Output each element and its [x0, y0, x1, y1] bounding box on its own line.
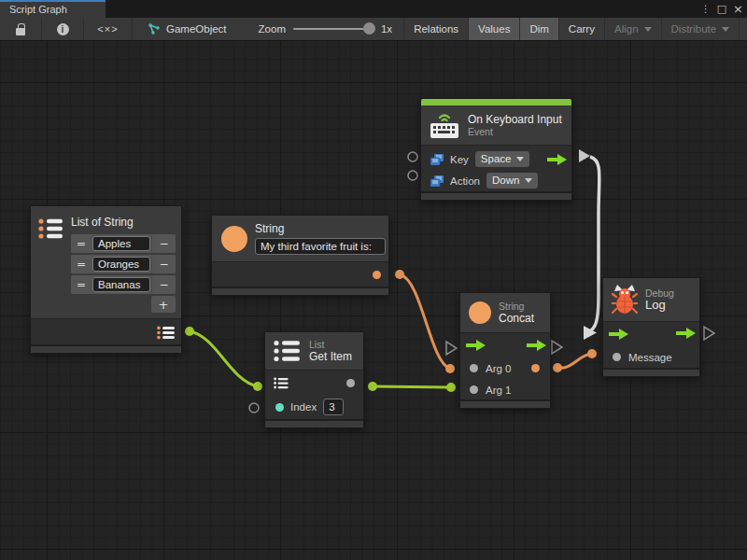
lock-button[interactable] — [0, 18, 42, 40]
zoom-value: 1x — [381, 23, 392, 35]
node-body — [212, 261, 388, 287]
node-get-item[interactable]: List Get Item Index 3 — [264, 331, 364, 428]
list-item-row: = Oranges − — [71, 255, 176, 273]
node-body — [31, 318, 181, 344]
list-icon — [38, 217, 63, 240]
action-port-icon — [430, 175, 444, 187]
message-input-port[interactable] — [613, 353, 621, 361]
toolbar-context-group: GameObject Zoom 1x — [133, 18, 404, 40]
info-button[interactable]: i — [42, 18, 84, 40]
values-button[interactable]: Values — [469, 18, 520, 40]
flow-out-port[interactable] — [527, 340, 546, 351]
list-item-field[interactable]: Bananas — [92, 277, 150, 292]
relations-button[interactable]: Relations — [404, 18, 469, 40]
maximize-icon[interactable]: □ — [717, 0, 726, 18]
add-item-button[interactable]: + — [151, 296, 176, 313]
tab-script-graph[interactable]: Script Graph — [0, 0, 106, 18]
dim-label: Dim — [529, 23, 548, 35]
result-output-port[interactable] — [531, 364, 540, 372]
node-header: List Get Item — [265, 332, 363, 370]
node-concat[interactable]: String Concat Arg 0 Arg 1 — [459, 292, 551, 409]
chevron-down-icon — [722, 27, 729, 32]
tab-title: Script Graph — [9, 4, 67, 15]
index-input-port[interactable] — [275, 403, 284, 412]
close-icon[interactable]: × — [733, 0, 743, 18]
align-label: Align — [614, 23, 639, 35]
list-output-icon[interactable] — [157, 326, 176, 340]
node-body: Key Space Action Down — [421, 145, 571, 191]
list-footer: + — [71, 296, 176, 313]
chevron-down-icon — [644, 27, 652, 32]
node-title: Log — [645, 299, 674, 312]
carry-label: Carry — [569, 23, 595, 35]
node-category: List — [309, 339, 352, 350]
node-title: Get Item — [309, 350, 352, 363]
action-label: Action — [450, 175, 480, 187]
arg0-input-port[interactable] — [470, 364, 478, 372]
flow-in-port[interactable] — [466, 340, 486, 351]
node-footer — [421, 191, 571, 200]
node-body: Message — [603, 321, 699, 368]
node-category: String — [499, 301, 534, 312]
drag-handle[interactable]: = — [71, 234, 92, 253]
item-output-port[interactable] — [346, 379, 355, 387]
key-dropdown[interactable]: Space — [475, 151, 530, 167]
key-port-icon — [430, 154, 444, 165]
string-output-port[interactable] — [373, 271, 381, 279]
event-accent-bar — [421, 99, 571, 105]
node-log[interactable]: Debug Log Message — [602, 277, 700, 377]
remove-item-button[interactable]: − — [151, 275, 176, 294]
remove-item-button[interactable]: − — [151, 234, 176, 253]
list-icon — [274, 339, 302, 363]
carry-button[interactable]: Carry — [559, 18, 605, 40]
distribute-dropdown[interactable]: Distribute — [662, 18, 740, 40]
node-title: List of String — [71, 216, 176, 229]
list-input-port-icon[interactable] — [274, 377, 289, 389]
index-label: Index — [290, 401, 317, 413]
index-field[interactable]: 3 — [323, 399, 344, 415]
zoom-slider[interactable] — [293, 28, 374, 30]
arg1-input-port[interactable] — [470, 385, 478, 394]
zoom-label: Zoom — [259, 23, 286, 35]
action-dropdown[interactable]: Down — [486, 173, 538, 189]
flow-in-port[interactable] — [609, 329, 628, 340]
list-editor: = Apples − = Oranges − = Bananas + − — [71, 234, 176, 313]
distribute-label: Distribute — [671, 23, 717, 35]
toolbar-left-group: i <×> — [0, 18, 133, 40]
node-title: String — [255, 222, 386, 235]
flow-out-port[interactable] — [676, 328, 696, 339]
lock-icon — [16, 23, 25, 35]
node-title: Concat — [499, 312, 534, 325]
drag-handle[interactable]: = — [71, 255, 92, 273]
zoom-slider-knob[interactable] — [363, 22, 375, 35]
list-item-field[interactable]: Oranges — [92, 257, 150, 272]
dim-button[interactable]: Dim — [520, 18, 558, 40]
code-icon: <×> — [97, 23, 118, 35]
code-view-button[interactable]: <×> — [84, 18, 133, 40]
string-value-field[interactable]: My third favorite fruit is: — [255, 238, 386, 255]
message-label: Message — [628, 352, 672, 363]
flow-out-port[interactable] — [547, 154, 567, 165]
gameobject-label[interactable]: GameObject — [166, 23, 227, 35]
node-header: List of String = Apples − = Oranges − = — [31, 206, 181, 318]
bug-icon — [612, 284, 638, 315]
menu-icon[interactable]: ⋮ — [701, 0, 711, 18]
align-dropdown[interactable]: Align — [605, 18, 662, 40]
remove-item-button[interactable]: − — [151, 255, 176, 273]
keyboard-event-icon — [429, 110, 460, 140]
node-footer — [31, 344, 181, 353]
overview-button[interactable]: Overview — [740, 18, 747, 40]
node-title: On Keyboard Input — [468, 113, 562, 126]
info-icon: i — [57, 23, 69, 35]
node-body: Index 3 — [265, 370, 363, 419]
window-controls: ⋮ □ × — [701, 0, 743, 18]
list-item-field[interactable]: Apples — [92, 236, 150, 251]
node-string-literal[interactable]: String My third favorite fruit is: — [211, 215, 389, 296]
node-header: String Concat — [460, 293, 550, 332]
action-value: Down — [492, 173, 519, 189]
toolbar-right-group: Relations Values Dim Carry Align Distrib… — [404, 18, 747, 40]
drag-handle[interactable]: = — [71, 275, 92, 294]
chevron-down-icon — [525, 178, 532, 183]
node-on-keyboard-input[interactable]: On Keyboard Input Event Key Space — [420, 98, 572, 201]
node-list-of-string[interactable]: List of String = Apples − = Oranges − = — [30, 205, 182, 354]
